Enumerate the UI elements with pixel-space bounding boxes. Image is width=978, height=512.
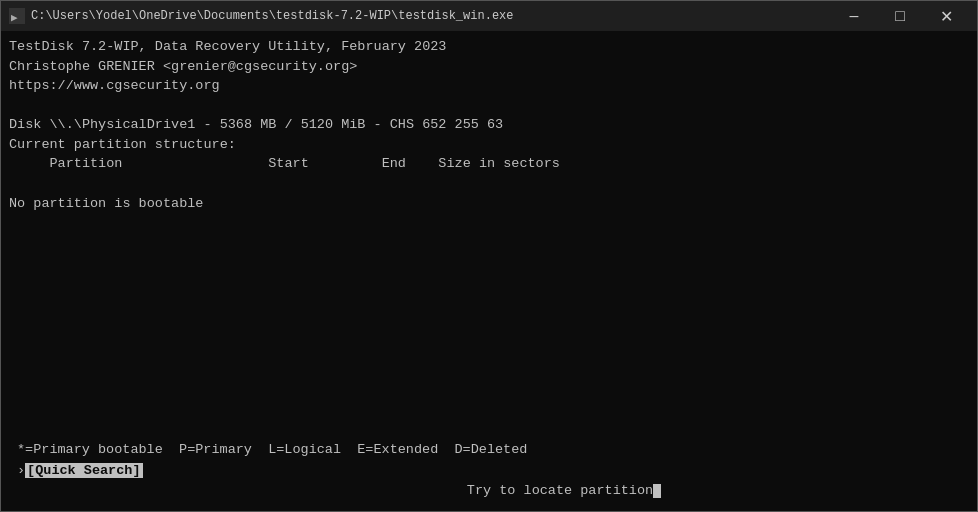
locate-line: Try to locate partition	[17, 481, 961, 501]
titlebar: ▶ C:\Users\Yodel\OneDrive\Documents\test…	[1, 1, 977, 31]
app-window: ▶ C:\Users\Yodel\OneDrive\Documents\test…	[0, 0, 978, 512]
line-6: Current partition structure:	[9, 135, 969, 155]
quick-search-button[interactable]: [Quick Search]	[25, 463, 142, 478]
window-title: C:\Users\Yodel\OneDrive\Documents\testdi…	[31, 9, 823, 23]
close-button[interactable]: ✕	[923, 1, 969, 31]
line-1: TestDisk 7.2-WIP, Data Recovery Utility,…	[9, 37, 969, 57]
quick-search-line: › [Quick Search]	[17, 461, 961, 481]
key-legend: *=Primary bootable P=Primary L=Logical E…	[17, 440, 961, 460]
svg-text:▶: ▶	[11, 11, 18, 24]
line-9: No partition is bootable	[9, 194, 969, 214]
line-7: Partition Start End Size in sectors	[9, 154, 969, 174]
prompt-arrow: ›	[17, 461, 25, 481]
line-8	[9, 174, 969, 194]
bottom-bar: *=Primary bootable P=Primary L=Logical E…	[9, 438, 969, 505]
line-5: Disk \\.\PhysicalDrive1 - 5368 MB / 5120…	[9, 115, 969, 135]
app-icon: ▶	[9, 8, 25, 24]
console-area: TestDisk 7.2-WIP, Data Recovery Utility,…	[1, 31, 977, 511]
line-4	[9, 96, 969, 116]
window-controls: – □ ✕	[831, 1, 969, 31]
line-3: https://www.cgsecurity.org	[9, 76, 969, 96]
cursor	[653, 484, 661, 498]
console-output: TestDisk 7.2-WIP, Data Recovery Utility,…	[9, 37, 969, 438]
line-2: Christophe GRENIER <grenier@cgsecurity.o…	[9, 57, 969, 77]
maximize-button[interactable]: □	[877, 1, 923, 31]
minimize-button[interactable]: –	[831, 1, 877, 31]
locate-text: Try to locate partition	[467, 483, 653, 498]
